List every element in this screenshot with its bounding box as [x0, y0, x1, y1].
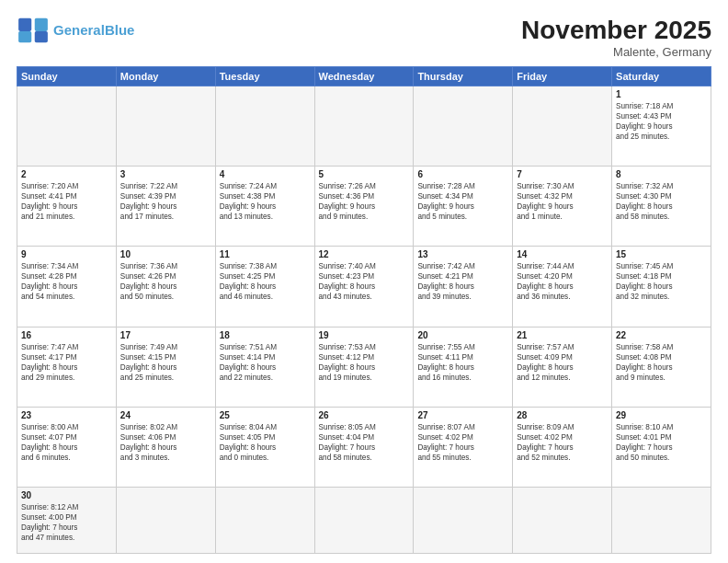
- table-cell: 7Sunrise: 7:30 AM Sunset: 4:32 PM Daylig…: [513, 167, 612, 247]
- col-saturday: Saturday: [612, 66, 711, 86]
- logo: GeneralBlue: [17, 17, 134, 44]
- day-number: 21: [517, 330, 608, 340]
- table-cell: [215, 86, 314, 166]
- table-cell: [513, 488, 612, 554]
- table-cell: 13Sunrise: 7:42 AM Sunset: 4:21 PM Dayli…: [414, 247, 513, 327]
- cell-info: Sunrise: 7:53 AM Sunset: 4:12 PM Dayligh…: [319, 342, 410, 383]
- day-number: 10: [120, 249, 211, 259]
- table-cell: 11Sunrise: 7:38 AM Sunset: 4:25 PM Dayli…: [215, 247, 314, 327]
- cell-info: Sunrise: 7:34 AM Sunset: 4:28 PM Dayligh…: [21, 261, 112, 302]
- day-number: 22: [616, 330, 707, 340]
- calendar-header-row: Sunday Monday Tuesday Wednesday Thursday…: [17, 66, 711, 86]
- title-block: November 2025 Malente, Germany: [521, 17, 711, 59]
- table-cell: 17Sunrise: 7:49 AM Sunset: 4:15 PM Dayli…: [116, 327, 215, 407]
- svg-rect-1: [35, 18, 48, 31]
- day-number: 24: [120, 410, 211, 420]
- day-number: 20: [417, 330, 508, 340]
- cell-info: Sunrise: 8:05 AM Sunset: 4:04 PM Dayligh…: [319, 422, 410, 463]
- svg-rect-0: [18, 18, 31, 31]
- logo-text: GeneralBlue: [53, 22, 134, 39]
- table-cell: 29Sunrise: 8:10 AM Sunset: 4:01 PM Dayli…: [612, 407, 711, 487]
- cell-info: Sunrise: 7:30 AM Sunset: 4:32 PM Dayligh…: [517, 181, 608, 222]
- table-cell: 25Sunrise: 8:04 AM Sunset: 4:05 PM Dayli…: [215, 407, 314, 487]
- cell-info: Sunrise: 8:00 AM Sunset: 4:07 PM Dayligh…: [21, 422, 112, 463]
- col-tuesday: Tuesday: [215, 66, 314, 86]
- table-cell: 10Sunrise: 7:36 AM Sunset: 4:26 PM Dayli…: [116, 247, 215, 327]
- day-number: 25: [220, 410, 311, 420]
- day-number: 8: [616, 169, 707, 179]
- cell-info: Sunrise: 7:47 AM Sunset: 4:17 PM Dayligh…: [21, 342, 112, 383]
- table-cell: 3Sunrise: 7:22 AM Sunset: 4:39 PM Daylig…: [116, 167, 215, 247]
- col-wednesday: Wednesday: [314, 66, 414, 86]
- table-cell: 6Sunrise: 7:28 AM Sunset: 4:34 PM Daylig…: [414, 167, 513, 247]
- col-thursday: Thursday: [414, 66, 513, 86]
- cell-info: Sunrise: 7:58 AM Sunset: 4:08 PM Dayligh…: [616, 342, 707, 383]
- table-cell: 8Sunrise: 7:32 AM Sunset: 4:30 PM Daylig…: [612, 167, 711, 247]
- table-cell: [116, 488, 215, 554]
- cell-info: Sunrise: 7:44 AM Sunset: 4:20 PM Dayligh…: [517, 261, 608, 302]
- cell-info: Sunrise: 7:45 AM Sunset: 4:18 PM Dayligh…: [616, 261, 707, 302]
- table-cell: 12Sunrise: 7:40 AM Sunset: 4:23 PM Dayli…: [314, 247, 414, 327]
- table-cell: 14Sunrise: 7:44 AM Sunset: 4:20 PM Dayli…: [513, 247, 612, 327]
- table-cell: [215, 488, 314, 554]
- month-title: November 2025: [521, 17, 711, 45]
- cell-info: Sunrise: 7:42 AM Sunset: 4:21 PM Dayligh…: [417, 261, 508, 302]
- table-cell: [314, 86, 414, 166]
- day-number: 6: [417, 169, 508, 179]
- table-cell: [116, 86, 215, 166]
- table-cell: [17, 86, 117, 166]
- cell-info: Sunrise: 7:57 AM Sunset: 4:09 PM Dayligh…: [517, 342, 608, 383]
- day-number: 3: [120, 169, 211, 179]
- page: GeneralBlue November 2025 Malente, Germa…: [0, 0, 728, 563]
- table-cell: 24Sunrise: 8:02 AM Sunset: 4:06 PM Dayli…: [116, 407, 215, 487]
- calendar-row: 1Sunrise: 7:18 AM Sunset: 4:43 PM Daylig…: [17, 86, 711, 166]
- table-cell: 2Sunrise: 7:20 AM Sunset: 4:41 PM Daylig…: [17, 167, 117, 247]
- table-cell: [513, 86, 612, 166]
- cell-info: Sunrise: 8:02 AM Sunset: 4:06 PM Dayligh…: [120, 422, 211, 463]
- calendar-table: Sunday Monday Tuesday Wednesday Thursday…: [17, 66, 711, 554]
- day-number: 18: [220, 330, 311, 340]
- table-cell: 15Sunrise: 7:45 AM Sunset: 4:18 PM Dayli…: [612, 247, 711, 327]
- day-number: 28: [517, 410, 608, 420]
- day-number: 17: [120, 330, 211, 340]
- cell-info: Sunrise: 7:24 AM Sunset: 4:38 PM Dayligh…: [220, 181, 311, 222]
- calendar-row: 9Sunrise: 7:34 AM Sunset: 4:28 PM Daylig…: [17, 247, 711, 327]
- col-friday: Friday: [513, 66, 612, 86]
- cell-info: Sunrise: 7:32 AM Sunset: 4:30 PM Dayligh…: [616, 181, 707, 222]
- day-number: 26: [319, 410, 410, 420]
- cell-info: Sunrise: 7:55 AM Sunset: 4:11 PM Dayligh…: [417, 342, 508, 383]
- table-cell: 9Sunrise: 7:34 AM Sunset: 4:28 PM Daylig…: [17, 247, 117, 327]
- calendar-row: 23Sunrise: 8:00 AM Sunset: 4:07 PM Dayli…: [17, 407, 711, 487]
- cell-info: Sunrise: 7:28 AM Sunset: 4:34 PM Dayligh…: [417, 181, 508, 222]
- table-cell: 19Sunrise: 7:53 AM Sunset: 4:12 PM Dayli…: [314, 327, 414, 407]
- table-cell: 27Sunrise: 8:07 AM Sunset: 4:02 PM Dayli…: [414, 407, 513, 487]
- day-number: 23: [21, 410, 112, 420]
- table-cell: 5Sunrise: 7:26 AM Sunset: 4:36 PM Daylig…: [314, 167, 414, 247]
- day-number: 11: [220, 249, 311, 259]
- col-monday: Monday: [116, 66, 215, 86]
- day-number: 2: [21, 169, 112, 179]
- cell-info: Sunrise: 8:04 AM Sunset: 4:05 PM Dayligh…: [220, 422, 311, 463]
- table-cell: 4Sunrise: 7:24 AM Sunset: 4:38 PM Daylig…: [215, 167, 314, 247]
- day-number: 7: [517, 169, 608, 179]
- table-cell: [414, 86, 513, 166]
- logo-blue: Blue: [105, 22, 135, 38]
- cell-info: Sunrise: 7:49 AM Sunset: 4:15 PM Dayligh…: [120, 342, 211, 383]
- day-number: 30: [21, 490, 112, 500]
- table-cell: 22Sunrise: 7:58 AM Sunset: 4:08 PM Dayli…: [612, 327, 711, 407]
- svg-rect-2: [18, 31, 31, 42]
- table-cell: 20Sunrise: 7:55 AM Sunset: 4:11 PM Dayli…: [414, 327, 513, 407]
- day-number: 1: [616, 89, 707, 99]
- calendar-row: 2Sunrise: 7:20 AM Sunset: 4:41 PM Daylig…: [17, 167, 711, 247]
- cell-info: Sunrise: 7:20 AM Sunset: 4:41 PM Dayligh…: [21, 181, 112, 222]
- logo-general: General: [53, 22, 105, 38]
- day-number: 4: [220, 169, 311, 179]
- subtitle: Malente, Germany: [521, 45, 711, 59]
- day-number: 9: [21, 249, 112, 259]
- table-cell: 18Sunrise: 7:51 AM Sunset: 4:14 PM Dayli…: [215, 327, 314, 407]
- table-cell: [612, 488, 711, 554]
- day-number: 29: [616, 410, 707, 420]
- svg-rect-3: [35, 31, 48, 42]
- day-number: 16: [21, 330, 112, 340]
- cell-info: Sunrise: 8:07 AM Sunset: 4:02 PM Dayligh…: [417, 422, 508, 463]
